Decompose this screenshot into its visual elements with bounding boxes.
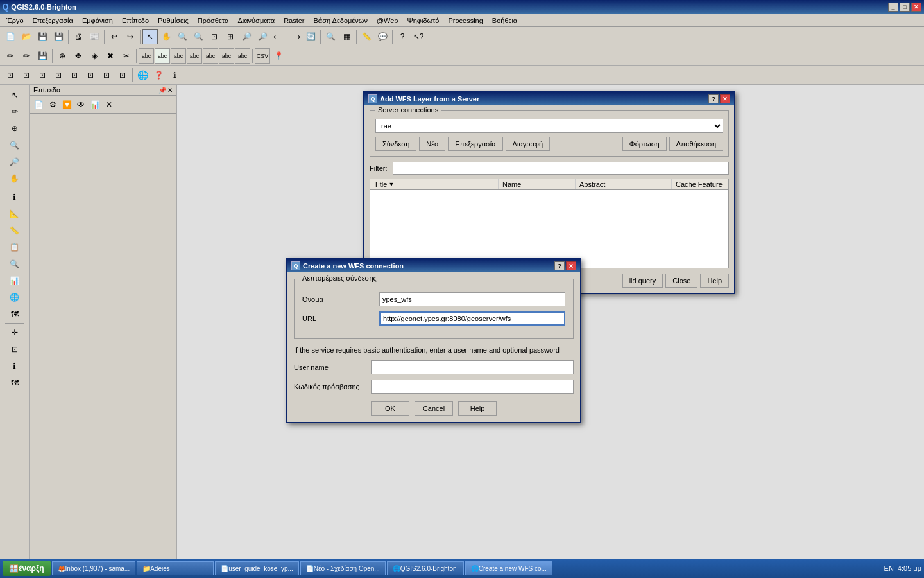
menu-epeksergasia[interactable]: Επεξεργασία — [29, 16, 77, 25]
print-compose-btn[interactable]: 📰 — [87, 29, 102, 44]
zoom-search-btn[interactable]: 🔎 — [255, 29, 270, 44]
server-select[interactable]: rae — [375, 119, 723, 133]
marker-btn[interactable]: 📍 — [271, 48, 286, 64]
qgis-sphere-btn[interactable]: 🌐 — [135, 67, 150, 83]
wfs-help-btn[interactable]: ? — [708, 94, 719, 103]
left-map[interactable]: 🗺 — [7, 306, 22, 322]
build-query-btn[interactable]: ild query — [622, 274, 663, 288]
add-feat-btn[interactable]: ⊕ — [55, 48, 70, 64]
start-button[interactable]: 🪟 έναρξη — [3, 561, 51, 576]
refresh-btn[interactable]: 🔄 — [303, 29, 318, 44]
taskbar-item-1[interactable]: 📁 Adeies — [137, 561, 214, 575]
move-feat-btn[interactable]: ✥ — [71, 48, 86, 64]
digitize2-btn[interactable]: ✏ — [19, 48, 34, 64]
ok-btn[interactable]: OK — [371, 401, 409, 416]
url-input[interactable] — [379, 311, 565, 326]
digitize-btn[interactable]: ✏ — [3, 48, 18, 64]
snap-btn2[interactable]: ⊡ — [19, 67, 34, 83]
select-feat-btn[interactable]: ▦ — [339, 29, 354, 44]
username-input[interactable] — [371, 360, 574, 374]
next-zoom-btn[interactable]: ⟶ — [287, 29, 302, 44]
snap-btn8[interactable]: ⊡ — [115, 67, 130, 83]
label-btn2[interactable]: abc — [155, 48, 170, 64]
new-btn-wfs[interactable]: Νέο — [419, 137, 445, 151]
label-btn7[interactable]: abc — [235, 48, 250, 64]
snap-btn3[interactable]: ⊡ — [35, 67, 50, 83]
layers-filter-btn[interactable]: 🔽 — [60, 98, 73, 111]
layers-settings-btn[interactable]: ⚙ — [46, 98, 59, 111]
whats-this-btn[interactable]: ↖? — [411, 29, 426, 44]
redo-btn[interactable]: ↪ — [123, 29, 138, 44]
snap-btn4[interactable]: ⊡ — [51, 67, 66, 83]
label-btn6[interactable]: abc — [219, 48, 234, 64]
left-snap[interactable]: ⊡ — [7, 342, 22, 357]
edit-btn-wfs[interactable]: Επεξεργασία — [448, 137, 502, 151]
filter-input[interactable] — [393, 162, 730, 175]
left-info2[interactable]: ℹ — [7, 358, 22, 374]
left-search[interactable]: 🔍 — [7, 256, 22, 272]
snap-btn1[interactable]: ⊡ — [3, 67, 18, 83]
node-btn[interactable]: ◈ — [87, 48, 102, 64]
save-btn-wfs[interactable]: Αποθήκευση — [669, 137, 723, 151]
left-measure[interactable]: 📐 — [7, 206, 22, 222]
cut-btn[interactable]: ✂ — [119, 48, 134, 64]
identify-btn[interactable]: 🔍 — [323, 29, 338, 44]
taskbar-item-2[interactable]: 📄 user_guide_kose_yp... — [215, 561, 299, 575]
delete-btn-wfs[interactable]: Διαγραφή — [506, 137, 551, 151]
qgis-info-btn[interactable]: ℹ — [167, 67, 182, 83]
menu-ergo[interactable]: Έργο — [3, 16, 28, 25]
left-globe[interactable]: 🌐 — [7, 290, 22, 305]
zoom-full-btn[interactable]: ⊡ — [207, 29, 222, 44]
taskbar-item-5[interactable]: 🌐 Create a new WFS co... — [465, 561, 552, 575]
menu-prostheta[interactable]: Πρόσθετα — [194, 16, 233, 25]
label-btn1[interactable]: abc — [139, 48, 154, 64]
save-as-btn[interactable]: 💾 — [51, 29, 66, 44]
label-btn5[interactable]: abc — [203, 48, 218, 64]
cancel-btn[interactable]: Cancel — [415, 401, 453, 416]
left-attr[interactable]: 📋 — [7, 240, 22, 255]
save-btn[interactable]: 💾 — [35, 29, 50, 44]
left-add[interactable]: ⊕ — [7, 121, 22, 136]
taskbar-item-4[interactable]: 🌐 QGIS2.6.0-Brighton — [387, 561, 464, 575]
new-wfs-help-title-btn[interactable]: ? — [554, 261, 565, 270]
menu-processing[interactable]: Processing — [444, 16, 486, 25]
select-btn[interactable]: ↖ — [142, 29, 158, 44]
name-input[interactable] — [379, 292, 565, 306]
help-btn-wfs[interactable]: Help — [700, 274, 729, 288]
left-map2[interactable]: 🗺 — [7, 375, 22, 390]
menu-epipedo[interactable]: Επίπεδο — [118, 16, 153, 25]
csv-btn[interactable]: CSV — [255, 48, 270, 64]
new-wfs-close-title-btn[interactable]: X — [566, 261, 576, 270]
menu-rythmiseis[interactable]: Ρυθμίσεις — [154, 16, 193, 25]
load-btn[interactable]: Φόρτωση — [622, 137, 667, 151]
qgis-help-btn[interactable]: ❓ — [151, 67, 166, 83]
minimize-btn[interactable]: _ — [888, 3, 898, 12]
snap-btn6[interactable]: ⊡ — [83, 67, 98, 83]
menu-voitheia[interactable]: Βοήθεια — [488, 16, 521, 25]
menu-psifidoto[interactable]: Ψηφιδωτό — [404, 16, 443, 25]
close-btn-wfs[interactable]: Close — [665, 274, 697, 288]
layers-add-btn[interactable]: 📄 — [32, 98, 45, 111]
layers-table[interactable]: Title ▼ Name Abstract Cache Feature — [370, 179, 729, 268]
pan-btn[interactable]: ✋ — [158, 29, 174, 44]
taskbar-item-0[interactable]: 🦊 Inbox (1,937) - sama... — [52, 561, 136, 575]
layers-remove-btn[interactable]: ✕ — [103, 98, 116, 111]
left-zoom[interactable]: 🔍 — [7, 137, 22, 153]
left-select[interactable]: ↖ — [7, 87, 22, 103]
open-btn[interactable]: 📂 — [19, 29, 34, 44]
undo-btn[interactable]: ↩ — [107, 29, 122, 44]
help-btn-newwfs[interactable]: Help — [458, 401, 497, 416]
help-btn-toolbar[interactable]: ? — [395, 29, 410, 44]
save-edit-btn[interactable]: 💾 — [35, 48, 50, 64]
print-btn[interactable]: 🖨 — [71, 29, 86, 44]
measure-btn[interactable]: 📏 — [359, 29, 374, 44]
taskbar-item-3[interactable]: 📄 Νέο - Σχεδίαση Open... — [300, 561, 386, 575]
maximize-btn[interactable]: □ — [900, 3, 910, 12]
left-pan[interactable]: ✋ — [7, 171, 22, 186]
label-btn4[interactable]: abc — [187, 48, 202, 64]
zoom-in-btn[interactable]: 🔍 — [175, 29, 190, 44]
left-identify[interactable]: ℹ — [7, 189, 22, 205]
left-stat[interactable]: 📊 — [7, 273, 22, 288]
menu-db[interactable]: Βάση Δεδομένων — [310, 16, 372, 25]
menu-raster[interactable]: Raster — [280, 16, 308, 25]
